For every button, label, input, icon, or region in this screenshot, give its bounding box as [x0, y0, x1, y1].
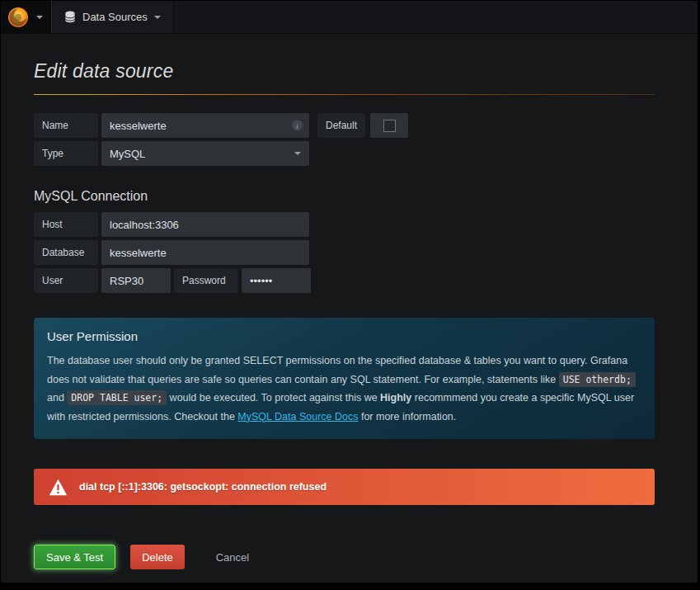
info-text-2: and	[47, 392, 67, 404]
nav-data-sources[interactable]: Data Sources	[52, 1, 174, 33]
delete-button[interactable]: Delete	[130, 545, 185, 569]
datasource-basic-settings: Name Default Type MySQL	[34, 113, 655, 166]
save-and-test-button[interactable]: Save & Test	[34, 545, 115, 569]
host-input-wrap	[101, 212, 309, 237]
database-input-wrap	[101, 240, 309, 265]
host-input[interactable]	[101, 219, 309, 231]
name-input-wrap	[101, 113, 309, 138]
user-input[interactable]	[101, 275, 171, 287]
mysql-connection-settings: Host Database User Password	[34, 212, 655, 293]
mysql-connection-heading: MySQL Connection	[34, 189, 655, 204]
name-input[interactable]	[101, 120, 309, 132]
mysql-docs-link[interactable]: MySQL Data Source Docs	[237, 411, 358, 422]
alert-message: dial tcp [::1]:3306: getsockopt: connect…	[79, 481, 327, 493]
info-box-text: The database user should only be granted…	[47, 352, 641, 426]
page-title: Edit data source	[34, 60, 655, 83]
code-use-otherdb: USE otherdb;	[559, 372, 636, 387]
password-input-wrap	[242, 268, 311, 293]
info-text-3: would be executed. To protect against th…	[167, 392, 380, 404]
info-text-1: The database user should only be granted…	[47, 355, 627, 385]
info-text-highly: Highly	[380, 392, 411, 404]
default-checkbox-wrap[interactable]	[370, 113, 408, 138]
chevron-down-icon	[36, 16, 43, 19]
form-actions: Save & Test Delete Cancel	[34, 545, 655, 569]
warning-icon	[49, 479, 68, 496]
type-label: Type	[34, 141, 98, 166]
grafana-logo-icon	[7, 7, 29, 28]
password-input[interactable]	[242, 275, 311, 287]
database-icon	[64, 11, 76, 23]
grafana-main-menu[interactable]	[1, 1, 52, 33]
user-label: User	[34, 268, 98, 293]
navbar: Data Sources	[1, 1, 698, 34]
type-select[interactable]: MySQL	[101, 141, 309, 166]
nav-data-sources-label: Data Sources	[82, 11, 148, 23]
app-window: Data Sources Edit data source Name Defau…	[0, 0, 700, 590]
code-drop-table: DROP TABLE user;	[67, 390, 167, 405]
chevron-down-icon	[154, 16, 161, 19]
password-label: Password	[174, 268, 238, 293]
info-text-5: for more information.	[358, 411, 456, 422]
host-label: Host	[34, 212, 98, 237]
default-checkbox[interactable]	[383, 120, 396, 132]
database-label: Database	[34, 240, 98, 265]
info-box-title: User Permission	[47, 329, 641, 343]
page-content: Edit data source Name Default Type MySQL	[1, 60, 698, 569]
chevron-down-icon	[294, 152, 301, 155]
default-label: Default	[317, 113, 365, 138]
cancel-button[interactable]: Cancel	[204, 545, 261, 569]
title-divider	[34, 94, 655, 95]
database-input[interactable]	[101, 247, 309, 259]
type-select-value: MySQL	[101, 148, 153, 160]
name-label: Name	[34, 113, 98, 138]
info-icon[interactable]	[292, 120, 303, 131]
user-input-wrap	[101, 268, 171, 293]
user-permission-info-box: User Permission The database user should…	[34, 318, 655, 439]
connection-error-alert: dial tcp [::1]:3306: getsockopt: connect…	[34, 469, 655, 505]
